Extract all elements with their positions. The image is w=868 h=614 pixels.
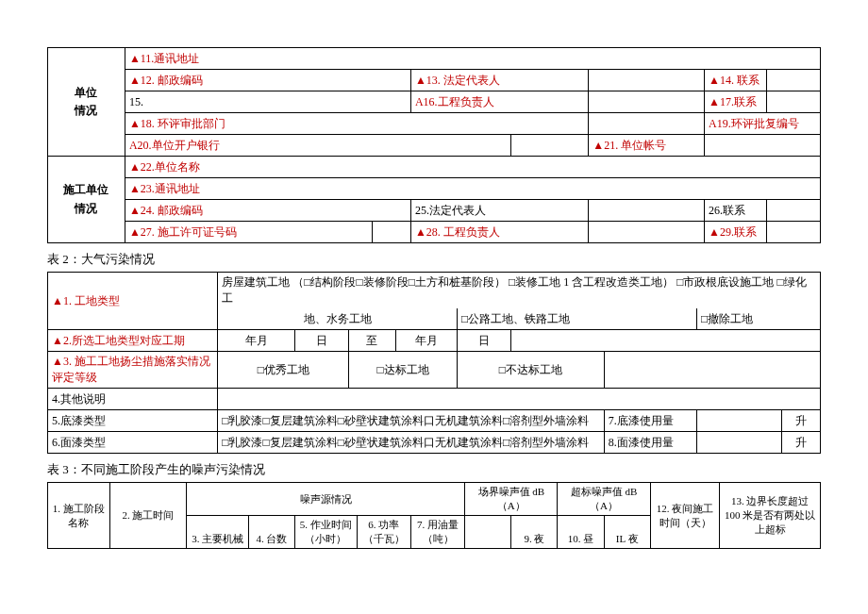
field-dust-rating: ▲3. 施工工地扬尘措施落实情况评定等级 <box>48 352 218 389</box>
col-unit-count: 4. 台数 <box>248 516 294 549</box>
section-2-title: 表 2：大气污染情况 <box>47 251 821 268</box>
field-primer-type: 5.底漆类型 <box>48 410 218 432</box>
rating-blank <box>604 352 820 389</box>
period-ym2: 年月 <box>395 330 458 352</box>
period-blank <box>511 330 821 352</box>
field-13: ▲13. 法定代表人 <box>410 70 588 91</box>
group-construction-unit: 施工单位 情况 <box>48 157 125 243</box>
field-17: ▲17.联系 <box>705 91 767 113</box>
primer-unit: 升 <box>781 410 820 432</box>
site-type-opts-2b: □公路工地、铁路工地 <box>458 308 697 330</box>
blank <box>589 222 705 243</box>
blank <box>766 91 820 113</box>
period-to: 至 <box>349 330 395 352</box>
col-oil: 7. 用油量（吨） <box>410 516 464 549</box>
field-29: ▲29.联系 <box>705 222 767 243</box>
field-other-notes: 4.其他说明 <box>48 389 218 410</box>
field-12: ▲12. 邮政编码 <box>125 70 410 91</box>
field-topcoat-type: 6.面漆类型 <box>48 432 218 454</box>
field-25: 25.法定代表人 <box>410 200 588 222</box>
site-type-opts-2c: □撤除工地 <box>696 308 820 330</box>
field-28: ▲28. 工程负责人 <box>410 222 588 243</box>
unit-info-table: 单位 情况 ▲11.通讯地址 ▲12. 邮政编码 ▲13. 法定代表人 ▲14.… <box>47 47 821 243</box>
blank <box>372 222 410 243</box>
field-21: ▲21. 单位帐号 <box>589 135 705 157</box>
topcoat-unit: 升 <box>781 432 820 454</box>
primer-amount-value <box>696 410 781 432</box>
rating-excellent: □优秀工地 <box>218 352 349 389</box>
topcoat-amount-value <box>696 432 781 454</box>
period-ym1: 年月 <box>218 330 295 352</box>
primer-opts: □乳胶漆□复层建筑涂料□砂壁状建筑涂料口无机建筑涂料□溶剂型外墙涂料 <box>218 410 604 432</box>
field-24: ▲24. 邮政编码 <box>125 200 410 222</box>
other-notes-value <box>218 389 821 410</box>
field-27: ▲27. 施工许可证号码 <box>125 222 372 243</box>
section-3-title: 表 3：不同施工阶段产生的噪声污染情况 <box>47 461 821 478</box>
col-exceed-noise: 超标噪声值 dB（A） <box>558 483 650 516</box>
col-night-days: 12. 夜间施工时间（天） <box>650 483 720 549</box>
field-26: 26.联系 <box>705 200 767 222</box>
col-9-night: 9. 夜 <box>511 516 558 549</box>
field-23: ▲23.通讯地址 <box>125 178 820 200</box>
col-11-night: IL 夜 <box>604 516 650 549</box>
field-22: ▲22.单位名称 <box>125 157 820 178</box>
col-stage-name: 1. 施工阶段名称 <box>48 483 110 549</box>
field-18: ▲18. 环评审批部门 <box>125 113 588 135</box>
blank <box>766 222 820 243</box>
col-power: 6. 功率（千瓦） <box>357 516 410 549</box>
blank <box>766 200 820 222</box>
period-d2: 日 <box>458 330 511 352</box>
rating-nonstandard: □不达标工地 <box>458 352 605 389</box>
blank <box>589 70 705 91</box>
blank <box>766 70 820 91</box>
field-14: ▲14. 联系 <box>705 70 767 91</box>
field-16: A16.工程负责人 <box>410 91 588 113</box>
col-boundary-exceed: 13. 边界长度超过 100 米是否有两处以上超标 <box>720 483 821 549</box>
topcoat-amount-label: 8.面漆使用量 <box>604 432 696 454</box>
group-unit-info: 单位 情况 <box>48 48 125 157</box>
col-noise-source: 噪声源情况 <box>187 483 465 516</box>
period-d1: 日 <box>295 330 349 352</box>
blank <box>589 113 705 135</box>
col-work-hours: 5. 作业时间（小时） <box>295 516 358 549</box>
blank <box>511 135 589 157</box>
site-type-opts-1: 房屋建筑工地 （□结构阶段□装修阶段□土方和桩基阶段） □装修工地 1 含工程改… <box>218 273 821 309</box>
col-10-day: 10. 昼 <box>558 516 604 549</box>
field-11: ▲11.通讯地址 <box>125 48 820 70</box>
field-20: A20.单位开户银行 <box>125 135 510 157</box>
blank <box>589 91 705 113</box>
col-boundary-noise: 场界噪声值 dB（A） <box>465 483 558 516</box>
col-empty8 <box>465 516 511 549</box>
field-19: A19.环评批复编号 <box>705 113 821 135</box>
topcoat-opts: □乳胶漆□复层建筑涂料□砂壁状建筑涂料口无机建筑涂料□溶剂型外墙涂料 <box>218 432 604 454</box>
rating-standard: □达标工地 <box>349 352 458 389</box>
blank <box>589 200 705 222</box>
blank <box>705 135 821 157</box>
col-construction-time: 2. 施工时间 <box>109 483 187 549</box>
field-site-type: ▲1. 工地类型 <box>48 273 218 330</box>
site-type-opts-2a: 地、水务工地 <box>218 308 458 330</box>
col-main-machine: 3. 主要机械 <box>187 516 249 549</box>
primer-amount-label: 7.底漆使用量 <box>604 410 696 432</box>
field-15: 15. <box>125 91 410 113</box>
noise-pollution-table: 1. 施工阶段名称 2. 施工时间 噪声源情况 场界噪声值 dB（A） 超标噪声… <box>47 482 821 549</box>
air-pollution-table: ▲1. 工地类型 房屋建筑工地 （□结构阶段□装修阶段□土方和桩基阶段） □装修… <box>47 272 821 454</box>
field-period-label: ▲2.所选工地类型对应工期 <box>48 330 218 352</box>
